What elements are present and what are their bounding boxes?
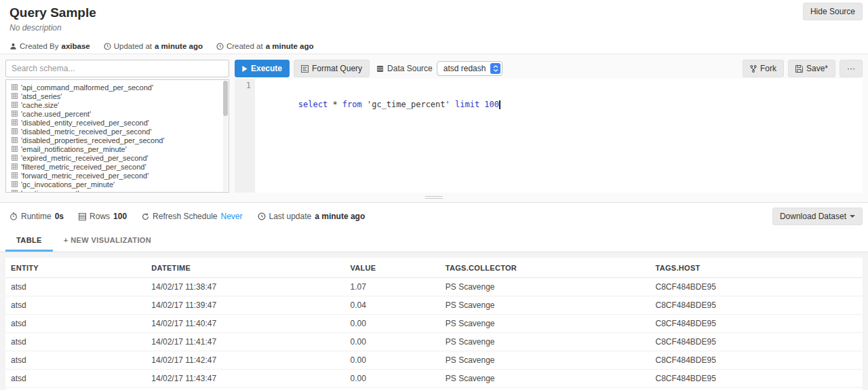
cell-datetime: 14/02/17 11:42:47 [146, 351, 344, 370]
data-source-label: Data Source [376, 64, 433, 73]
cell-entity: atsd [5, 333, 146, 351]
results-table: ENTITYDATETIMEVALUETAGS.COLLECTORTAGS.HO… [5, 258, 863, 390]
schema-item-label: 'gc_time_percent' [21, 189, 79, 193]
cell-tags-host: C8CF484BDE95 [650, 315, 863, 333]
schema-item[interactable]: 'disabled_entity_received_per_second' [12, 118, 223, 127]
execute-button[interactable]: Execute [235, 60, 290, 77]
schema-item[interactable]: 'disabled_metric_received_per_second' [12, 127, 223, 136]
sql-token: * [332, 100, 342, 109]
cell-entity: atsd [5, 388, 146, 390]
cell-value: 0.00 [345, 388, 440, 390]
rows-icon [79, 213, 86, 220]
updated-value: a minute ago [155, 42, 203, 50]
table-grid-icon [12, 111, 18, 117]
column-header[interactable]: ENTITY [5, 258, 146, 278]
fork-icon [750, 65, 757, 73]
table-row: atsd 14/02/17 11:43:47 0.00 PS Scavenge … [5, 370, 863, 388]
schema-item-label: 'disabled_properties_received_per_second… [21, 136, 165, 144]
schema-item-label: 'disabled_metric_received_per_second' [21, 128, 152, 136]
sql-token: 'gc_time_percent' [367, 100, 455, 109]
stopwatch-icon [9, 212, 18, 220]
query-editor-panel: Execute Format Query Data Source atsd re… [235, 60, 863, 193]
refresh-icon [142, 213, 149, 220]
sql-token: select [298, 100, 333, 109]
cell-entity: atsd [5, 370, 146, 388]
cell-tags-host: C8CF484BDE95 [650, 388, 863, 390]
grip-icon [425, 196, 443, 199]
cell-tags-collector: PS Scavenge [440, 315, 650, 333]
sql-token: from [342, 100, 367, 109]
ellipsis-icon: ··· [847, 64, 855, 73]
runtime-value: 0s [55, 212, 64, 221]
format-query-button[interactable]: Format Query [294, 60, 370, 77]
created-value: a minute ago [266, 42, 314, 50]
splitter-handle[interactable] [5, 193, 863, 201]
schema-scrollbar[interactable] [223, 81, 228, 191]
visualization-tabs: TABLE + NEW VISUALIZATION [0, 230, 868, 252]
data-source-select[interactable]: atsd redash [437, 61, 503, 76]
results-section: ENTITYDATETIMEVALUETAGS.COLLECTORTAGS.HO… [0, 252, 868, 390]
refresh-schedule: Refresh Schedule Never [142, 212, 242, 221]
save-button[interactable]: Save* [788, 60, 835, 77]
column-header[interactable]: VALUE [345, 258, 440, 278]
schema-item-label: 'api_command_malformed_per_second' [21, 83, 153, 92]
schema-item[interactable]: 'gc_invocations_per_minute' [12, 180, 223, 189]
created-by: Created By axibase [9, 42, 90, 50]
column-header[interactable]: DATETIME [146, 258, 344, 278]
schema-search-input[interactable] [5, 60, 229, 77]
schema-item[interactable]: 'gc_time_percent' [12, 189, 223, 193]
cell-tags-collector: PS Scavenge [440, 388, 650, 390]
runtime-status: Runtime 0s [9, 212, 64, 221]
tab-new-visualization[interactable]: + NEW VISUALIZATION [53, 230, 162, 252]
code-line[interactable]: select * from 'gc_time_percent' limit 10… [255, 79, 863, 193]
updated-at: Updated at a minute ago [104, 42, 203, 50]
cell-tags-host: C8CF484BDE95 [650, 370, 863, 388]
table-grid-icon [12, 93, 18, 99]
cell-tags-collector: PS Scavenge [440, 333, 650, 351]
data-source-value: atsd redash [443, 64, 486, 73]
schema-item[interactable]: 'cache.size' [12, 100, 223, 109]
schema-item[interactable]: 'filtered_metric_received_per_second' [12, 162, 223, 171]
sql-editor[interactable]: 1 select * from 'gc_time_percent' limit … [235, 79, 863, 193]
tab-table[interactable]: TABLE [5, 230, 53, 252]
schema-item[interactable]: 'atsd_series' [12, 92, 223, 100]
schema-item-label: 'gc_invocations_per_minute' [21, 180, 115, 189]
schema-item[interactable]: 'cache.used_percent' [12, 109, 223, 118]
schema-item-label: 'forward_metric_received_per_second' [21, 172, 149, 180]
more-options-button[interactable]: ··· [840, 60, 863, 77]
query-status-bar: Runtime 0s Rows 100 Refresh Schedule Nev… [0, 203, 868, 230]
last-update-status: Last update a minute ago [258, 212, 366, 221]
hide-source-button[interactable]: Hide Source [803, 3, 863, 20]
column-header[interactable]: TAGS.HOST [650, 258, 863, 278]
scrollbar-thumb[interactable] [223, 81, 228, 116]
results-table-card: ENTITYDATETIMEVALUETAGS.COLLECTORTAGS.HO… [5, 258, 863, 390]
schema-item[interactable]: 'email_notifications_per_minute' [12, 144, 223, 153]
table-row: atsd 14/02/17 11:40:47 0.00 PS Scavenge … [5, 315, 863, 333]
download-dataset-button[interactable]: Download Dataset [772, 208, 863, 225]
table-grid-icon [12, 102, 18, 108]
fork-button[interactable]: Fork [743, 60, 784, 77]
cell-entity: atsd [5, 351, 146, 370]
select-stepper-icon [490, 63, 500, 74]
clock-icon [258, 212, 266, 220]
schema-item[interactable]: 'api_command_malformed_per_second' [12, 83, 223, 92]
text-cursor [499, 100, 500, 109]
table-grid-icon [12, 181, 18, 187]
sql-token: 100 [484, 100, 499, 109]
cell-value: 0.00 [345, 370, 440, 388]
cell-tags-collector: PS Scavenge [440, 351, 650, 370]
rows-status: Rows 100 [79, 212, 127, 221]
created-at: Created at a minute ago [216, 42, 314, 50]
schema-item[interactable]: 'disabled_properties_received_per_second… [12, 136, 223, 144]
cell-value: 0.04 [345, 296, 440, 315]
schema-item-label: 'atsd_series' [21, 92, 62, 100]
column-header[interactable]: TAGS.COLLECTOR [440, 258, 650, 278]
save-icon [795, 65, 803, 73]
table-row: atsd 14/02/17 11:44:47 0.00 PS Scavenge … [5, 388, 863, 390]
schema-item[interactable]: 'expired_metric_received_per_second' [12, 153, 223, 162]
editor-toolbar: Execute Format Query Data Source atsd re… [235, 60, 863, 77]
schema-item[interactable]: 'forward_metric_received_per_second' [12, 171, 223, 180]
page-title: Query Sample [9, 5, 863, 20]
cell-datetime: 14/02/17 11:39:47 [146, 296, 344, 315]
refresh-schedule-link[interactable]: Never [220, 212, 242, 221]
